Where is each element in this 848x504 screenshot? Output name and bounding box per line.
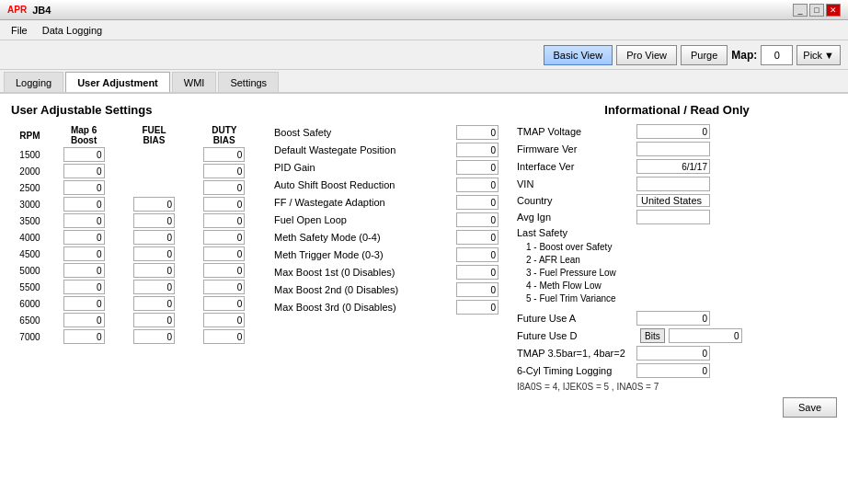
- rpm-map6-input[interactable]: [63, 164, 105, 178]
- rpm-value: 7000: [11, 328, 49, 345]
- rpm-fuel-input[interactable]: [133, 280, 175, 294]
- field-label: Fuel Open Loop: [274, 214, 456, 225]
- map-input[interactable]: [761, 45, 793, 65]
- rpm-fuel-input[interactable]: [133, 313, 175, 327]
- rpm-duty-input[interactable]: [203, 213, 245, 228]
- maximize-button[interactable]: □: [809, 4, 824, 17]
- info-field-input[interactable]: [636, 142, 710, 156]
- rpm-value: 1500: [11, 146, 49, 163]
- rpm-map6-input[interactable]: [63, 197, 105, 212]
- info-field-label: Last Safety: [517, 227, 636, 238]
- rpm-map6-input[interactable]: [63, 230, 105, 245]
- field-input[interactable]: [456, 282, 498, 297]
- info-fields: TMAP VoltageFirmware VerInterface VerVIN…: [517, 124, 837, 238]
- field-input[interactable]: [456, 300, 498, 315]
- future-field-input[interactable]: [669, 328, 742, 343]
- info-row: Firmware Ver: [517, 142, 837, 156]
- rpm-fuel-input[interactable]: [133, 263, 175, 278]
- pro-view-button[interactable]: Pro View: [616, 45, 677, 65]
- table-row: 3500: [11, 212, 259, 229]
- field-input[interactable]: [456, 195, 498, 210]
- field-input[interactable]: [456, 247, 498, 262]
- tab-bar: Logging User Adjustment WMI Settings: [0, 70, 848, 94]
- rpm-value: 5500: [11, 279, 49, 295]
- section-title-user-adjustable: User Adjustable Settings: [11, 103, 259, 117]
- rpm-value: 6500: [11, 312, 49, 328]
- rpm-duty-input[interactable]: [203, 329, 245, 344]
- save-button[interactable]: Save: [783, 397, 837, 418]
- tab-logging[interactable]: Logging: [4, 72, 63, 92]
- menu-bar: File Data Logging: [0, 20, 848, 40]
- rpm-map6-input[interactable]: [63, 296, 105, 311]
- field-input[interactable]: [456, 212, 498, 227]
- rpm-duty-input[interactable]: [203, 313, 245, 327]
- rpm-duty-input[interactable]: [203, 280, 245, 294]
- rpm-value: 6000: [11, 295, 49, 312]
- rpm-map6-input[interactable]: [63, 180, 105, 195]
- right-section: Informational / Read Only TMAP VoltageFi…: [498, 103, 837, 495]
- rpm-map6-input[interactable]: [63, 263, 105, 278]
- field-label: Max Boost 3rd (0 Disables): [274, 302, 456, 313]
- future-field-row: Future Use DBits: [517, 328, 837, 343]
- rpm-duty-input[interactable]: [203, 180, 245, 195]
- rpm-duty-input[interactable]: [203, 230, 245, 245]
- field-input[interactable]: [456, 125, 498, 140]
- rpm-duty-input[interactable]: [203, 164, 245, 178]
- field-input[interactable]: [456, 160, 498, 175]
- rpm-fuel-input[interactable]: [133, 329, 175, 344]
- rpm-fuel-input[interactable]: [133, 213, 175, 228]
- footnote: I8A0S = 4, IJEK0S = 5 , INA0S = 7: [517, 382, 837, 392]
- rpm-value: 4000: [11, 229, 49, 246]
- purge-button[interactable]: Purge: [681, 45, 728, 65]
- rpm-duty-input[interactable]: [203, 197, 245, 212]
- future-field-input[interactable]: [636, 363, 710, 378]
- rpm-fuel-input[interactable]: [133, 296, 175, 311]
- field-input[interactable]: [456, 265, 498, 280]
- rpm-duty-input[interactable]: [203, 147, 245, 162]
- field-label: Meth Safety Mode (0-4): [274, 232, 456, 243]
- menu-data-logging[interactable]: Data Logging: [35, 23, 109, 38]
- pick-button[interactable]: Pick ▼: [796, 45, 841, 65]
- info-field-input[interactable]: [636, 124, 710, 139]
- rpm-map6-input[interactable]: [63, 246, 105, 261]
- rpm-fuel-input[interactable]: [133, 246, 175, 261]
- tab-wmi[interactable]: WMI: [172, 72, 217, 92]
- table-row: 6000: [11, 295, 259, 312]
- menu-file[interactable]: File: [4, 23, 35, 38]
- middle-section: Boost SafetyDefault Wastegate PositionPI…: [259, 103, 498, 495]
- tab-user-adjustment[interactable]: User Adjustment: [65, 72, 170, 92]
- field-row: Meth Safety Mode (0-4): [274, 230, 498, 245]
- info-field-input[interactable]: [636, 177, 710, 191]
- rpm-map6-input[interactable]: [63, 147, 105, 162]
- future-field-input[interactable]: [636, 346, 710, 361]
- minimize-button[interactable]: _: [793, 4, 808, 17]
- field-input[interactable]: [456, 230, 498, 245]
- bits-button[interactable]: Bits: [640, 328, 665, 343]
- info-field-input[interactable]: [636, 159, 710, 174]
- future-field-input[interactable]: [636, 311, 710, 326]
- field-input[interactable]: [456, 143, 498, 157]
- info-field-label: Firmware Ver: [517, 143, 636, 155]
- rpm-map6-input[interactable]: [63, 280, 105, 294]
- rpm-duty-input[interactable]: [203, 246, 245, 261]
- rpm-map6-input[interactable]: [63, 213, 105, 228]
- field-input[interactable]: [456, 178, 498, 192]
- table-row: 2500: [11, 179, 259, 196]
- app-title: JB4: [32, 5, 51, 16]
- info-field-label: Avg Ign: [517, 212, 636, 223]
- title-bar: APR JB4 _ □ ✕: [0, 0, 848, 20]
- future-field-label: Future Use A: [517, 313, 636, 324]
- rpm-fuel-input[interactable]: [133, 197, 175, 212]
- rpm-fuel-input[interactable]: [133, 230, 175, 245]
- close-button[interactable]: ✕: [826, 4, 841, 17]
- rpm-map6-input[interactable]: [63, 313, 105, 327]
- info-row: Last Safety: [517, 227, 837, 238]
- table-row: 7000: [11, 328, 259, 345]
- rpm-duty-input[interactable]: [203, 296, 245, 311]
- info-field-input[interactable]: [636, 210, 710, 224]
- tab-settings[interactable]: Settings: [218, 72, 279, 92]
- basic-view-button[interactable]: Basic View: [544, 45, 613, 65]
- rpm-duty-input[interactable]: [203, 263, 245, 278]
- rpm-map6-input[interactable]: [63, 329, 105, 344]
- table-row: 3000: [11, 196, 259, 212]
